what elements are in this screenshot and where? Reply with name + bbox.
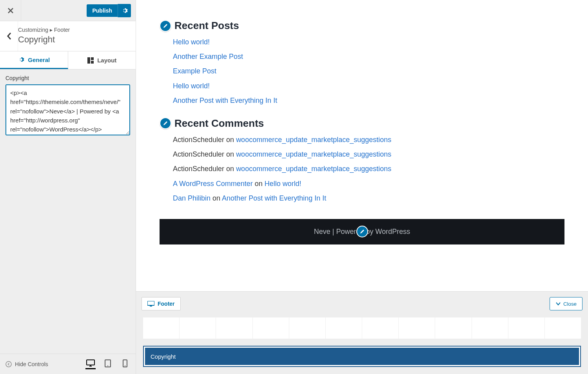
- comment-post-link[interactable]: woocommerce_update_marketplace_suggestio…: [236, 165, 391, 173]
- breadcrumb-prefix: Customizing: [18, 27, 48, 33]
- edit-widget-button[interactable]: [160, 117, 171, 129]
- tab-bar: General Layout: [0, 51, 136, 69]
- builder-close-label: Close: [563, 301, 577, 307]
- footer-wordpress-link[interactable]: WordPress: [376, 228, 410, 235]
- builder-rows: Copyright: [142, 316, 583, 369]
- layout-icon: [87, 57, 94, 64]
- edit-widget-button[interactable]: [160, 20, 171, 32]
- footer-tab[interactable]: Footer: [142, 297, 181, 310]
- recent-posts-title: Recent Posts: [174, 20, 239, 32]
- svg-rect-4: [87, 360, 94, 365]
- copyright-component[interactable]: Copyright: [145, 348, 579, 365]
- hide-controls-label: Hide Controls: [15, 361, 48, 367]
- hide-controls-button[interactable]: Hide Controls: [5, 361, 48, 367]
- builder-cell[interactable]: [362, 317, 399, 339]
- builder-cell[interactable]: [435, 317, 472, 339]
- breadcrumb-separator: ▸: [50, 27, 54, 33]
- svg-point-8: [125, 365, 125, 366]
- edit-footer-button[interactable]: [356, 226, 368, 237]
- gear-icon: [122, 7, 128, 14]
- tab-layout-label: Layout: [97, 57, 116, 64]
- post-link[interactable]: Another Example Post: [173, 53, 243, 60]
- device-tablet-button[interactable]: [103, 359, 113, 369]
- recent-posts-title-row: Recent Posts: [160, 20, 564, 32]
- pencil-icon: [359, 229, 365, 234]
- footer-neve-link[interactable]: Neve: [314, 228, 330, 235]
- post-link[interactable]: Hello world!: [173, 82, 210, 90]
- list-item: ActionScheduler on woocommerce_update_ma…: [173, 150, 564, 159]
- customizer-sidebar: Publish Customizing ▸ Footer Copyright G…: [0, 0, 136, 374]
- list-item: Hello world!: [173, 37, 564, 47]
- close-icon: [8, 8, 13, 13]
- copyright-textarea[interactable]: [5, 84, 130, 135]
- svg-point-6: [107, 365, 108, 366]
- tab-general[interactable]: General: [0, 51, 68, 69]
- publish-button[interactable]: Publish: [87, 4, 118, 17]
- builder-cell[interactable]: [216, 317, 252, 339]
- device-mobile-button[interactable]: [120, 359, 130, 369]
- svg-rect-9: [147, 301, 154, 305]
- builder-cell[interactable]: [326, 317, 362, 339]
- builder-cell[interactable]: [399, 317, 435, 339]
- back-button[interactable]: [0, 21, 18, 51]
- builder-cell[interactable]: [472, 317, 508, 339]
- comment-post-link[interactable]: woocommerce_update_marketplace_suggestio…: [236, 136, 391, 144]
- chevron-down-icon: [555, 302, 561, 306]
- breadcrumb: Customizing ▸ Footer: [18, 27, 129, 33]
- footer-tab-label: Footer: [158, 301, 175, 307]
- comment-on-text: on: [224, 150, 236, 158]
- list-item: Another Example Post: [173, 52, 564, 62]
- desktop-icon: [86, 359, 95, 367]
- builder-cell[interactable]: [545, 317, 581, 339]
- post-link[interactable]: Hello world!: [173, 38, 210, 46]
- list-item: Dan Philibin on Another Post with Everyt…: [173, 193, 564, 203]
- breadcrumb-section: Footer: [54, 27, 70, 33]
- comment-author-link[interactable]: Dan Philibin: [173, 194, 211, 202]
- publish-group: Publish: [82, 4, 136, 17]
- recent-comments-widget: Recent Comments ActionScheduler on wooco…: [160, 117, 564, 203]
- recent-comments-title: Recent Comments: [174, 117, 264, 130]
- comment-post-link[interactable]: Another Post with Everything In It: [222, 194, 326, 202]
- preview-body[interactable]: Recent Posts Hello world!Another Example…: [136, 0, 588, 291]
- builder-cell[interactable]: [253, 317, 289, 339]
- recent-posts-widget: Recent Posts Hello world!Another Example…: [160, 20, 564, 106]
- sidebar-footer: Hide Controls: [0, 354, 136, 374]
- comment-post-link[interactable]: Hello world!: [265, 180, 301, 188]
- post-link[interactable]: Another Post with Everything In It: [173, 97, 277, 104]
- svg-rect-2: [91, 61, 94, 64]
- sidebar-topbar: Publish: [0, 0, 136, 21]
- post-link[interactable]: Example Post: [173, 67, 216, 75]
- comment-author: ActionScheduler: [173, 136, 224, 144]
- recent-posts-list: Hello world!Another Example PostExample …: [160, 37, 564, 106]
- builder-cell[interactable]: [143, 317, 180, 339]
- preview-pane: Recent Posts Hello world!Another Example…: [136, 0, 588, 374]
- tablet-icon: [105, 359, 111, 367]
- svg-rect-1: [91, 57, 94, 60]
- controls-body: Copyright: [0, 69, 136, 354]
- builder-cell[interactable]: [508, 317, 545, 339]
- desktop-icon: [147, 301, 154, 306]
- comment-author: ActionScheduler: [173, 150, 224, 158]
- recent-comments-title-row: Recent Comments: [160, 117, 564, 130]
- comment-on-text: on: [224, 136, 236, 144]
- comment-author-link[interactable]: A WordPress Commenter: [173, 180, 253, 188]
- list-item: A WordPress Commenter on Hello world!: [173, 179, 564, 189]
- footer-powered-text: Powered by: [336, 228, 375, 235]
- tab-layout[interactable]: Layout: [68, 51, 136, 69]
- close-customizer-button[interactable]: [0, 0, 21, 21]
- builder-top: Footer Close: [142, 297, 583, 310]
- builder-row-bottom[interactable]: Copyright: [143, 346, 581, 367]
- builder-close-button[interactable]: Close: [550, 297, 583, 310]
- footer-separator: |: [330, 228, 336, 235]
- comment-post-link[interactable]: woocommerce_update_marketplace_suggestio…: [236, 150, 391, 158]
- list-item: Another Post with Everything In It: [173, 96, 564, 106]
- builder-cell[interactable]: [180, 317, 216, 339]
- builder-row-top[interactable]: [143, 317, 581, 339]
- device-desktop-button[interactable]: [85, 359, 96, 369]
- pencil-icon: [163, 120, 168, 126]
- list-item: ActionScheduler on woocommerce_update_ma…: [173, 164, 564, 174]
- builder-cell[interactable]: [289, 317, 326, 339]
- recent-comments-list: ActionScheduler on woocommerce_update_ma…: [160, 135, 564, 203]
- list-item: ActionScheduler on woocommerce_update_ma…: [173, 135, 564, 145]
- publish-settings-button[interactable]: [118, 4, 131, 17]
